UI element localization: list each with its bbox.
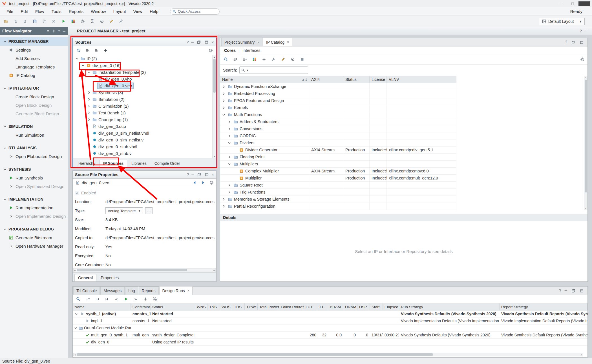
stop-icon[interactable] — [299, 56, 306, 63]
scrollbar-thumb[interactable] — [77, 269, 187, 271]
flow-item-settings[interactable]: Settings — [0, 46, 68, 54]
tab-hierarchy[interactable]: Hierarchy — [75, 160, 99, 167]
chevron-down-icon[interactable] — [2, 145, 7, 150]
ip-catalog-row[interactable]: CORDIC — [220, 132, 456, 139]
expand-all-icon[interactable] — [94, 296, 101, 303]
chevron-down-icon[interactable] — [74, 312, 79, 316]
flow-section-header[interactable]: IP INTEGRATOR — [0, 84, 68, 92]
tab-log[interactable]: Log — [125, 287, 138, 295]
column-header-whs[interactable]: WHS — [220, 303, 232, 310]
ip-catalog-row[interactable]: Adders & Subtracters — [220, 118, 456, 125]
chevron-down-icon[interactable] — [87, 70, 91, 74]
minimize-icon[interactable]: ─ — [565, 288, 567, 293]
chevron-right-icon[interactable] — [8, 184, 14, 189]
column-header-dsp[interactable]: DSP — [357, 303, 370, 310]
chevron-down-icon[interactable] — [2, 227, 7, 232]
chevron-down-icon[interactable] — [81, 64, 85, 67]
scroll-right-icon[interactable]: ▸ — [580, 353, 583, 356]
ip-catalog-row[interactable]: Dividers — [220, 139, 456, 147]
flow-item-add-sources[interactable]: Add Sources — [0, 54, 68, 63]
customize-icon[interactable] — [117, 18, 125, 25]
ip-catalog-row[interactable]: Multipliers — [220, 161, 456, 168]
tree-item[interactable]: Simulation (2) — [73, 96, 216, 103]
tree-item[interactable]: div_gen_0_stub.vhdl — [73, 143, 216, 150]
ip-catalog-row[interactable]: Trig Functions — [220, 189, 456, 196]
column-header-wns[interactable]: WNS — [195, 303, 207, 310]
tab-tcl-console[interactable]: Tcl Console — [73, 287, 100, 295]
maximize-icon[interactable] — [204, 40, 209, 45]
flow-item-run-synthesis[interactable]: Run Synthesis — [0, 174, 68, 182]
scroll-up-icon[interactable]: ▴ — [213, 56, 216, 58]
redo-icon[interactable] — [21, 18, 29, 25]
maximize-icon[interactable] — [579, 288, 584, 293]
column-header-start[interactable]: Start — [370, 303, 383, 310]
search-icon[interactable] — [75, 47, 82, 54]
expand-all-icon[interactable] — [241, 56, 248, 63]
chevron-down-icon[interactable] — [227, 141, 232, 145]
delete-icon[interactable] — [50, 18, 58, 25]
chevron-right-icon[interactable] — [221, 197, 226, 201]
design-run-row[interactable]: mult_gen_0_synth_1mult_gen_0synth_design… — [73, 332, 587, 339]
ip-catalog-row[interactable]: Math Functions — [220, 111, 456, 118]
scrollbar-thumb[interactable] — [585, 80, 587, 192]
menu-tools[interactable]: Tools — [48, 8, 65, 15]
chevron-down-icon[interactable] — [2, 167, 7, 172]
percent-icon[interactable]: % — [151, 296, 158, 303]
maximize-icon[interactable] — [204, 172, 209, 177]
tree-item[interactable]: C Simulation (2) — [73, 103, 216, 109]
ip-catalog-row[interactable]: MultiplierProductionIncludedxilinx.com:i… — [220, 175, 456, 182]
add-repository-icon[interactable] — [260, 56, 268, 63]
undo-icon[interactable] — [12, 18, 19, 25]
flow-section-header[interactable]: SIMULATION — [0, 122, 68, 131]
help-icon[interactable]: ? — [58, 29, 60, 33]
column-header-lut[interactable]: LUT — [304, 303, 318, 310]
next-icon[interactable]: » — [132, 296, 139, 303]
scroll-up-icon[interactable]: ▴ — [584, 76, 587, 79]
close-icon[interactable]: × — [187, 288, 190, 293]
tree-item[interactable]: Change Log (1) — [73, 116, 216, 123]
tree-item[interactable]: div_gen_0_sim_netlist.v — [73, 136, 216, 143]
ip-catalog-row[interactable]: Kernels — [220, 104, 456, 111]
flow-menu-icon[interactable]: ≡ — [47, 29, 49, 33]
create-run-icon[interactable] — [142, 296, 149, 303]
help-icon[interactable]: ? — [559, 288, 561, 293]
gear-icon[interactable] — [209, 180, 214, 185]
column-header-elapsed[interactable]: Elapsed — [383, 303, 399, 310]
tab-ip-sources[interactable]: IP Sources — [100, 160, 127, 167]
minimize-icon[interactable]: ─ — [63, 29, 65, 33]
tree-item[interactable]: div_gen_0 (16) — [73, 62, 216, 69]
ip-catalog-row[interactable]: Divider GeneratorAXI4-StreamProductionIn… — [220, 147, 456, 154]
tree-item[interactable]: div_gen_0_sim_netlist.vhdl — [73, 130, 216, 136]
chevron-right-icon[interactable] — [221, 85, 226, 88]
chevron-right-icon[interactable] — [221, 99, 226, 103]
column-header-vlnv[interactable]: VLNV — [387, 76, 456, 83]
close-icon[interactable]: × — [211, 40, 214, 44]
ip-catalog-search-input[interactable]: ▼ — [239, 66, 308, 74]
help-icon[interactable]: ? — [187, 40, 189, 44]
column-header-axi4[interactable]: AXI4 — [309, 76, 343, 83]
chevron-right-icon[interactable] — [221, 92, 226, 96]
maximize-button[interactable]: □ — [567, 1, 578, 6]
column-header-name[interactable]: Name▲1 — [220, 76, 309, 83]
menu-help[interactable]: Help — [146, 8, 162, 15]
tab-interfaces[interactable]: Interfaces — [242, 48, 260, 53]
chevron-down-icon[interactable] — [2, 86, 7, 91]
collapse-all-icon[interactable] — [84, 296, 91, 303]
chevron-down-icon[interactable] — [75, 57, 79, 61]
tab-libraries[interactable]: Libraries — [128, 160, 150, 167]
reports-icon[interactable] — [69, 18, 77, 25]
checkbox-checked-icon[interactable] — [75, 191, 79, 195]
maximize-icon[interactable] — [579, 40, 584, 45]
ip-catalog-row[interactable]: Conversions — [220, 125, 456, 132]
default-part-icon[interactable] — [289, 56, 296, 63]
gear-icon[interactable] — [207, 47, 214, 54]
menu-edit[interactable]: Edit — [17, 8, 32, 15]
copy-icon[interactable] — [41, 18, 48, 25]
customize-icon[interactable] — [270, 56, 277, 63]
chevron-right-icon[interactable] — [227, 120, 232, 124]
minimize-icon[interactable]: ─ — [191, 172, 194, 177]
scroll-left-icon[interactable]: ◂ — [74, 353, 76, 356]
tree-item[interactable]: div_gen_0.veo — [73, 82, 216, 89]
minimize-icon[interactable]: ─ — [585, 29, 588, 33]
chevron-right-icon[interactable] — [221, 205, 226, 208]
